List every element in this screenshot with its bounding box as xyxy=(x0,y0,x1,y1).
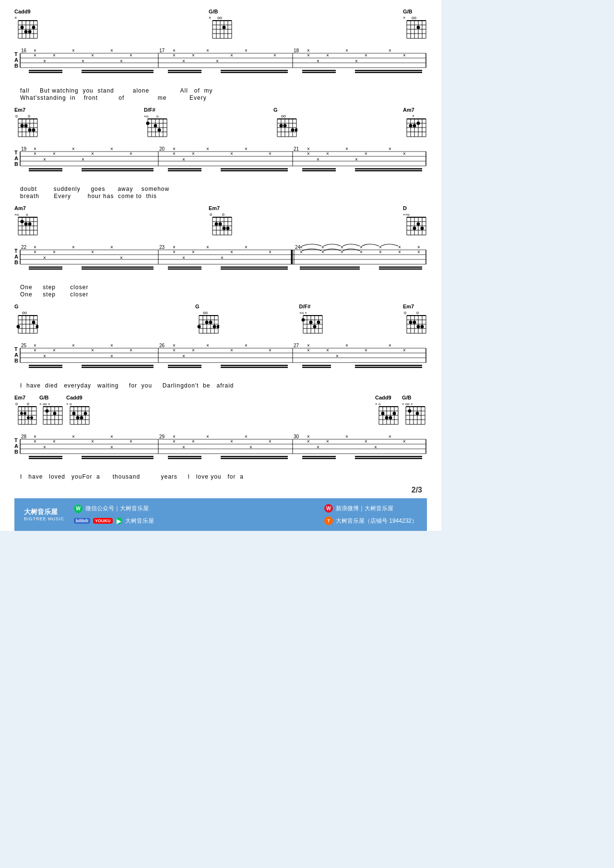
svg-text:18: 18 xyxy=(294,48,299,53)
svg-point-349 xyxy=(205,321,209,324)
svg-point-14 xyxy=(28,30,32,34)
svg-text:×: × xyxy=(389,48,391,53)
svg-text:T: T xyxy=(14,51,18,57)
svg-text:o: o xyxy=(15,401,18,406)
svg-text:×: × xyxy=(182,445,185,450)
svg-text:×: × xyxy=(72,343,75,348)
music-section-4: G oo xyxy=(14,304,427,389)
play-icon: ▶ xyxy=(116,517,122,524)
svg-point-450 xyxy=(20,412,23,415)
svg-text:o: o xyxy=(15,114,18,118)
svg-text:×: × xyxy=(43,157,46,162)
svg-point-260 xyxy=(413,227,416,230)
chord-name-em7-2: Em7 xyxy=(209,205,220,211)
svg-point-113 xyxy=(28,129,32,132)
page-number: 2/3 xyxy=(14,486,427,498)
svg-text:28: 28 xyxy=(21,434,27,439)
svg-text:×: × xyxy=(374,445,377,450)
svg-text:×: × xyxy=(120,59,123,64)
tab-section-1: T A B 16 17 18 × × × × × × × × × xyxy=(14,43,427,86)
svg-text:oo: oo xyxy=(217,15,222,20)
svg-text:×: × xyxy=(341,249,343,255)
svg-text:×: × xyxy=(72,245,75,250)
svg-text:B: B xyxy=(14,259,18,265)
chord-diagram-gb-4: × oo × xyxy=(402,400,427,427)
svg-point-228 xyxy=(24,223,28,226)
footer-links: W 微信公众号｜大树音乐屋 bilibili YOUKU ▶ 大树音乐屋 xyxy=(64,504,324,525)
svg-text:o: o xyxy=(28,114,30,118)
svg-point-143 xyxy=(280,124,283,128)
svg-text:×: × xyxy=(206,343,209,348)
svg-text:×: × xyxy=(43,445,46,450)
svg-text:×: × xyxy=(245,434,248,439)
chord-diagram-g-3: oo xyxy=(195,309,219,336)
svg-text:×: × xyxy=(230,53,233,58)
weibo-label: 新浪微博｜大树音乐屋 xyxy=(336,504,393,513)
svg-text:×: × xyxy=(345,48,348,53)
footer-weibo-row: W 新浪微博｜大树音乐屋 xyxy=(324,504,417,513)
svg-point-145 xyxy=(291,129,295,132)
svg-text:×: × xyxy=(34,439,36,444)
svg-point-245 xyxy=(223,227,226,230)
chord-name-em7-1: Em7 xyxy=(14,107,25,113)
svg-point-512 xyxy=(408,410,412,413)
brand-sub: BIGTREE MUSIC xyxy=(24,516,64,521)
chord-name-em7-3: Em7 xyxy=(403,304,414,309)
svg-point-351 xyxy=(213,325,216,328)
svg-point-499 xyxy=(393,412,396,415)
svg-text:×o ×: ×o × xyxy=(299,311,307,315)
svg-text:×: × xyxy=(403,53,406,58)
svg-text:T: T xyxy=(14,346,18,352)
svg-text:o: o xyxy=(156,114,159,118)
svg-point-128 xyxy=(146,122,150,125)
weibo-icon: W xyxy=(324,504,333,513)
svg-text:×: × xyxy=(43,255,46,260)
svg-text:×: × xyxy=(72,48,75,53)
svg-point-451 xyxy=(24,412,26,415)
svg-text:×: × xyxy=(345,434,348,439)
svg-text:×: × xyxy=(307,151,310,156)
svg-text:×: × xyxy=(273,53,276,58)
svg-text:×: × xyxy=(130,151,132,156)
youku-label: 大树音乐屋 xyxy=(125,517,154,525)
svg-text:A: A xyxy=(14,352,18,358)
svg-text:×: × xyxy=(206,146,209,152)
svg-text:A: A xyxy=(14,443,18,449)
svg-point-382 xyxy=(409,321,413,324)
chord-diagram-gb-1: × oo xyxy=(209,14,233,41)
svg-text:×: × xyxy=(403,151,406,156)
svg-text:×: × xyxy=(192,439,195,444)
svg-text:×: × xyxy=(34,249,36,255)
svg-point-367 xyxy=(313,325,316,328)
svg-text:A: A xyxy=(14,155,18,161)
svg-point-114 xyxy=(32,129,35,132)
chord-name-gb-2: G/B xyxy=(403,9,413,14)
svg-text:×: × xyxy=(110,146,113,152)
svg-text:×: × xyxy=(230,439,233,444)
svg-text:×: × xyxy=(216,59,219,64)
svg-text:×: × xyxy=(91,53,94,58)
svg-text:× o: × o xyxy=(66,402,72,406)
brand-name: 大树音乐屋 xyxy=(24,508,58,516)
svg-point-130 xyxy=(158,129,161,132)
svg-text:×: × xyxy=(82,59,84,64)
wechat-label: 微信公众号｜大树音乐屋 xyxy=(85,504,149,513)
svg-text:× oo ×: × oo × xyxy=(402,402,413,406)
svg-text:×: × xyxy=(14,15,17,20)
svg-text:×: × xyxy=(173,53,176,58)
svg-text:×: × xyxy=(317,445,319,450)
svg-point-334 xyxy=(32,321,35,324)
tab-section-2: T A B 19 20 21 × × × × × × × × × xyxy=(14,141,427,184)
svg-text:17: 17 xyxy=(159,48,165,53)
svg-text:×: × xyxy=(269,439,272,444)
svg-text:B: B xyxy=(14,161,18,167)
svg-text:o: o xyxy=(222,212,224,217)
taobao-label: 大树音乐屋（店铺号 1944232） xyxy=(336,517,417,525)
music-section-2: Em7 o o xyxy=(14,107,427,199)
chord-diagram-g-2: oo xyxy=(14,309,38,336)
svg-text:B: B xyxy=(14,63,18,69)
svg-text:×: × xyxy=(221,255,224,260)
svg-point-383 xyxy=(413,321,416,324)
svg-text:×: × xyxy=(345,146,348,152)
svg-text:×: × xyxy=(43,59,46,64)
